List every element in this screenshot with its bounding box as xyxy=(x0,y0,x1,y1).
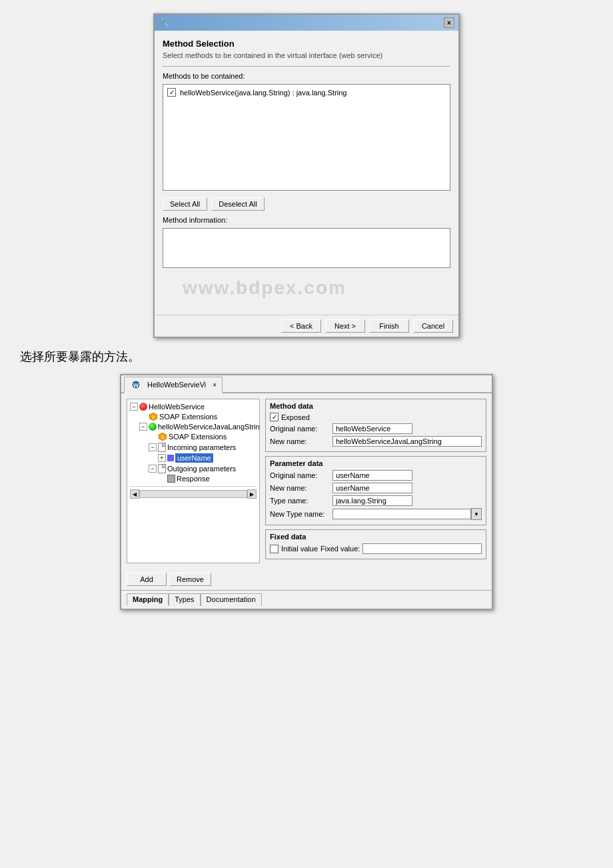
dialog2-tabbar: W HelloWebServieVi × xyxy=(121,375,492,393)
dialog2-content: − HelloWebService S SOAP Extensions − he… xyxy=(121,393,492,569)
exposed-row[interactable]: Exposed xyxy=(270,413,482,421)
method-list-item[interactable]: helloWebService(java.lang.String) : java… xyxy=(166,87,447,97)
username-label[interactable]: userName xyxy=(175,453,213,463)
param-data-title: Parameter data xyxy=(270,459,482,467)
tree-expand-method[interactable]: − xyxy=(139,423,147,431)
type-name-label: Type name: xyxy=(270,497,330,505)
select-all-button[interactable]: Select All xyxy=(163,197,207,211)
param-original-name-row: Original name: userName xyxy=(270,470,482,481)
tree-item-response[interactable]: Response xyxy=(130,474,257,483)
scroll-left-button[interactable]: ◀ xyxy=(130,489,139,499)
svg-text:S: S xyxy=(161,435,165,439)
tab-types[interactable]: Types xyxy=(169,593,200,606)
param-icon-username xyxy=(167,455,174,461)
add-button[interactable]: Add xyxy=(127,573,167,586)
tree-pane[interactable]: − HelloWebService S SOAP Extensions − he… xyxy=(127,399,260,563)
svg-text:S: S xyxy=(152,415,155,419)
type-name-row: Type name: java.lang.String xyxy=(270,495,482,506)
tree-item-username[interactable]: + userName xyxy=(130,453,257,463)
method-data-group: Method data Exposed Original name: hello… xyxy=(265,399,486,452)
param-new-value: userName xyxy=(332,483,412,493)
dialog1-footer: < Back Next > Finish Cancel xyxy=(155,315,458,337)
param-data-group: Parameter data Original name: userName N… xyxy=(265,456,486,525)
tab-documentation[interactable]: Documentation xyxy=(201,593,262,606)
initial-value-label: Initial value xyxy=(281,545,318,553)
method-selection-dialog: 🔧 × Method Selection Select methods to b… xyxy=(153,13,460,338)
original-name-value: helloWebService xyxy=(332,423,412,434)
caption-text: 选择所要暴露的方法。 xyxy=(20,349,600,365)
new-name-row[interactable]: New name: xyxy=(270,436,482,447)
initial-value-checkbox[interactable] xyxy=(270,545,279,553)
tree-item-root[interactable]: − HelloWebService xyxy=(130,402,257,411)
tree-root-label: HelloWebService xyxy=(149,403,205,411)
new-type-row[interactable]: New Type name: ▼ xyxy=(270,508,482,520)
tree-item-method[interactable]: − helloWebServiceJavaLangString xyxy=(130,422,257,431)
method-data-title: Method data xyxy=(270,402,482,410)
param-new-label: New name: xyxy=(270,484,330,492)
dialog1-divider1 xyxy=(163,66,450,67)
soap1-label: SOAP Extensions xyxy=(159,413,217,421)
new-type-dropdown-arrow[interactable]: ▼ xyxy=(471,508,482,520)
tree-expand-incoming[interactable]: − xyxy=(149,443,157,451)
tab-label: HelloWebServieVi xyxy=(147,381,206,389)
helloweb-dialog: W HelloWebServieVi × − HelloWebService S… xyxy=(120,374,493,610)
root-icon xyxy=(139,403,147,411)
new-type-label: New Type name: xyxy=(270,510,330,518)
dialog1-icon: 🔧 xyxy=(159,17,170,28)
tab-close-icon[interactable]: × xyxy=(213,381,217,389)
type-name-value: java.lang.String xyxy=(332,495,412,506)
fixed-row[interactable]: Initial value Fixed value: xyxy=(270,543,482,554)
param-new-name-row[interactable]: New name: userName xyxy=(270,483,482,493)
methods-list[interactable]: helloWebService(java.lang.String) : java… xyxy=(163,84,450,191)
response-label: Response xyxy=(177,475,210,483)
watermark-text: www.bdpex.com xyxy=(183,277,346,299)
property-pane: Method data Exposed Original name: hello… xyxy=(265,399,486,563)
param-original-value: userName xyxy=(332,470,412,481)
finish-button[interactable]: Finish xyxy=(369,319,409,333)
tree-scroll-row: ◀ ▶ xyxy=(130,486,257,499)
new-type-input[interactable] xyxy=(332,509,471,519)
svg-text:W: W xyxy=(133,382,139,389)
tree-item-soap2[interactable]: S SOAP Extensions xyxy=(130,431,257,442)
method-info-area xyxy=(163,228,450,268)
tree-expand-root[interactable]: − xyxy=(130,403,138,411)
next-button[interactable]: Next > xyxy=(325,319,365,333)
method-buttons-row: Select All Deselect All xyxy=(163,197,450,211)
new-name-label: New name: xyxy=(270,437,330,445)
fixed-data-group: Fixed data Initial value Fixed value: xyxy=(265,529,486,559)
new-name-input[interactable] xyxy=(332,436,482,447)
outgoing-label: Outgoing parameters xyxy=(167,465,236,473)
watermark-area: www.bdpex.com xyxy=(163,275,450,301)
tree-item-outgoing[interactable]: − Outgoing parameters xyxy=(130,463,257,474)
tab-helloweb[interactable]: W HelloWebServieVi × xyxy=(124,377,223,393)
dialog1-close-button[interactable]: × xyxy=(444,17,454,28)
dialog2-bottom-buttons: Add Remove xyxy=(121,569,492,590)
param-original-label: Original name: xyxy=(270,471,330,479)
tree-expand-outgoing[interactable]: − xyxy=(149,465,157,473)
doc-icon-incoming xyxy=(158,443,166,452)
tab-mapping[interactable]: Mapping xyxy=(127,593,169,606)
tree-item-soap1[interactable]: S SOAP Extensions xyxy=(130,411,257,422)
method-info-label: Method information: xyxy=(163,216,450,224)
original-name-label: Original name: xyxy=(270,425,330,433)
dialog1-title: Method Selection xyxy=(163,39,450,49)
response-icon xyxy=(167,475,175,483)
exposed-label: Exposed xyxy=(281,413,310,421)
fixed-value-label: Fixed value: xyxy=(320,545,360,553)
dialog1-subtitle: Select methods to be contained in the vi… xyxy=(163,51,450,59)
exposed-checkbox[interactable] xyxy=(270,413,279,421)
fixed-value-input[interactable] xyxy=(362,543,482,554)
soap2-label: SOAP Extensions xyxy=(169,433,227,441)
fixed-data-title: Fixed data xyxy=(270,533,482,541)
remove-button[interactable]: Remove xyxy=(169,573,211,586)
scroll-right-button[interactable]: ▶ xyxy=(247,489,257,499)
method-checkbox[interactable] xyxy=(167,88,176,97)
dialog1-body: Method Selection Select methods to be co… xyxy=(155,31,458,315)
dialog1-titlebar: 🔧 × xyxy=(155,15,458,31)
back-button[interactable]: < Back xyxy=(281,319,321,333)
tree-item-incoming[interactable]: − Incoming parameters xyxy=(130,442,257,453)
tab-icon: W xyxy=(130,379,142,391)
deselect-all-button[interactable]: Deselect All xyxy=(211,197,264,211)
tree-expand-username[interactable]: + xyxy=(158,454,166,462)
cancel-button[interactable]: Cancel xyxy=(413,319,453,333)
